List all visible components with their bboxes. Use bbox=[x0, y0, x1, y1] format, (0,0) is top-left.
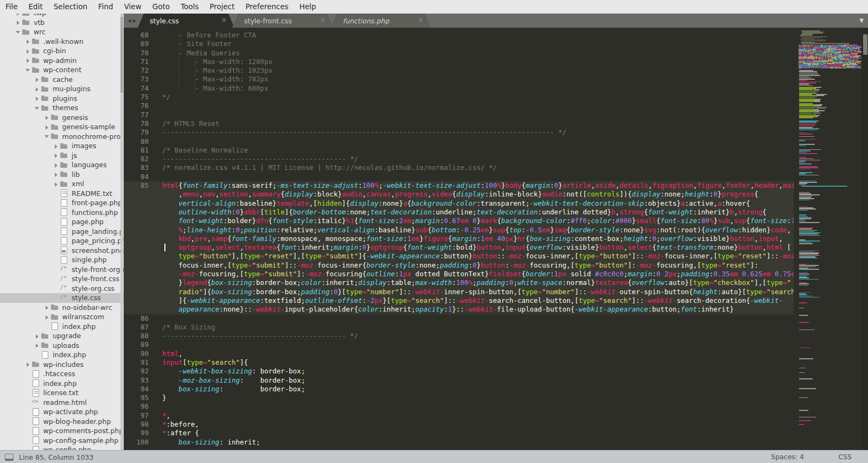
code-text[interactable]: kbd,pre,samp{font-family:monospace, mono… bbox=[155, 234, 794, 243]
code-text[interactable]: }legend{box-sizing:border-box;color:inhe… bbox=[155, 278, 794, 287]
code-row-line-77[interactable]: 77 bbox=[124, 111, 794, 119]
code-row-line-75[interactable]: 75*/ bbox=[124, 93, 794, 102]
code-row-line-97[interactable]: 97*, bbox=[124, 411, 794, 420]
code-text[interactable]: ----------------------------------------… bbox=[155, 332, 794, 340]
code-row[interactable]: radio"]{box-sizing:border-box;padding:0}… bbox=[124, 288, 794, 296]
code-row-line-87[interactable]: 87/* Box Sizing bbox=[124, 323, 794, 332]
tab-prev-icon[interactable]: ◀ bbox=[127, 18, 131, 23]
close-icon[interactable]: × bbox=[320, 16, 326, 24]
sidebar-item-wp-config-sample-php[interactable]: wp-config-sample.php bbox=[0, 436, 124, 446]
tab-next-icon[interactable]: ▶ bbox=[133, 18, 137, 23]
code-text[interactable] bbox=[155, 402, 794, 411]
code-text[interactable]: box-sizing: inherit; bbox=[155, 438, 794, 447]
code-text[interactable]: font-weight:bolder}dfn{font-style:italic… bbox=[155, 217, 794, 225]
sidebar-item-readme-txt[interactable]: README.txt bbox=[0, 189, 124, 199]
sidebar-item-wrc[interactable]: wrc bbox=[0, 27, 124, 37]
sidebar-item-page-pricing-php[interactable]: page_pricing.php bbox=[0, 236, 124, 246]
chevron-right-icon[interactable] bbox=[25, 361, 31, 367]
sidebar-item-screenshot-png[interactable]: screenshot.png bbox=[0, 246, 124, 256]
code-text[interactable]: -webkit-box-sizing: border-box; bbox=[155, 367, 794, 376]
tab-style-front-css[interactable]: style-front.css× bbox=[232, 14, 333, 28]
sidebar-item-readme-html[interactable]: readme.html bbox=[0, 398, 124, 408]
menu-goto[interactable]: Goto bbox=[147, 0, 175, 14]
sidebar-item-wp-config-php[interactable]: wp-config.php bbox=[0, 445, 124, 450]
code-row-line-91[interactable]: 91input[type="search"]{ bbox=[124, 358, 794, 367]
code-row-line-89[interactable]: 89 bbox=[124, 340, 794, 349]
code-row-line-93[interactable]: 93 -moz-box-sizing: border-box; bbox=[124, 376, 794, 385]
sidebar-scrollbar-thumb[interactable] bbox=[120, 17, 123, 93]
menu-file[interactable]: File bbox=[0, 0, 23, 14]
sidebar-item-cgi-bin[interactable]: cgi-bin bbox=[0, 46, 124, 56]
code-text[interactable]: - Max-width: 1280px bbox=[155, 58, 794, 66]
code-row[interactable]: kbd,pre,samp{font-family:monospace, mono… bbox=[124, 234, 794, 243]
code-row-line-81[interactable]: 81/* Baseline Normalize bbox=[124, 146, 794, 155]
chevron-down-icon[interactable] bbox=[44, 133, 50, 139]
code-row-line-74[interactable]: 74 - Max-width: 600px bbox=[124, 84, 794, 93]
code-row-line-90[interactable]: 90html, bbox=[124, 350, 794, 358]
chevron-right-icon[interactable] bbox=[34, 76, 41, 83]
code-row-line-76[interactable]: 76 bbox=[124, 102, 794, 110]
code-text[interactable]: focus-inner,[type="submit"]::-moz-focus-… bbox=[155, 261, 794, 270]
code-row-line-84[interactable]: 84 bbox=[124, 173, 794, 181]
sidebar-item-genesis-sample[interactable]: genesis-sample bbox=[0, 122, 124, 132]
code-row-line-83[interactable]: 83/* normalize.css v4.1.1 | MIT License … bbox=[124, 163, 794, 172]
close-icon[interactable]: × bbox=[418, 16, 423, 24]
code-row-line-88[interactable]: 88--------------------------------------… bbox=[124, 332, 794, 340]
sidebar-item-style-front-css[interactable]: style-front.css bbox=[0, 274, 124, 284]
sidebar-item-functions-php[interactable]: functions.php bbox=[0, 208, 124, 218]
code-text[interactable]: /* Box Sizing bbox=[155, 323, 794, 332]
minimap[interactable] bbox=[796, 28, 861, 450]
chevron-down-icon[interactable] bbox=[25, 67, 31, 73]
chevron-right-icon[interactable] bbox=[53, 171, 60, 177]
code-row[interactable]: optgroup,select,textarea{font:inherit;ma… bbox=[124, 243, 794, 252]
sidebar-item-page-php[interactable]: page.php bbox=[0, 217, 124, 227]
sidebar-item-languages[interactable]: languages bbox=[0, 160, 124, 170]
sidebar-item-upgrade[interactable]: upgrade bbox=[0, 331, 124, 341]
sidebar-item-style-front-org-css[interactable]: style-front-org.css bbox=[0, 265, 124, 275]
sidebar-item-uploads[interactable]: uploads bbox=[0, 341, 124, 351]
code-row-line-78[interactable]: 78/* HTML5 Reset bbox=[124, 119, 794, 128]
menu-find[interactable]: Find bbox=[93, 0, 119, 14]
code-row[interactable]: font-weight:bolder}dfn{font-style:italic… bbox=[124, 217, 794, 225]
sidebar-item-wilranszcom[interactable]: wilranszcom bbox=[0, 312, 124, 322]
code-row-line-80[interactable]: 80 bbox=[124, 137, 794, 146]
code-text[interactable] bbox=[155, 137, 794, 146]
code-row-line-95[interactable]: 95} bbox=[124, 394, 794, 402]
code-text[interactable] bbox=[155, 340, 794, 349]
tab-functions-php[interactable]: functions.php× bbox=[331, 14, 431, 28]
chevron-right-icon[interactable] bbox=[53, 181, 60, 187]
code-row[interactable]: -moz-focusring,[type="submit"]:-moz-focu… bbox=[124, 270, 794, 278]
code-row-line-82[interactable]: 82--------------------------------------… bbox=[124, 155, 794, 163]
chevron-right-icon[interactable] bbox=[44, 124, 50, 130]
sidebar-item-genesis[interactable]: genesis bbox=[0, 113, 124, 123]
sidebar-item-index-php[interactable]: index.php bbox=[0, 322, 124, 332]
code-row-line-92[interactable]: 92 -webkit-box-sizing: border-box; bbox=[124, 367, 794, 376]
menu-edit[interactable]: Edit bbox=[23, 0, 48, 14]
code-text[interactable]: type="button"],[type="reset"],[type="sub… bbox=[155, 252, 794, 261]
code-text[interactable] bbox=[155, 102, 794, 110]
sidebar-item-lib[interactable]: lib bbox=[0, 170, 124, 180]
code-text[interactable]: vertical-align:baseline}template,[hidden… bbox=[155, 199, 794, 208]
tab-overflow-icon[interactable]: ▼ bbox=[859, 17, 864, 23]
code-row-line-70[interactable]: 70 - Media Queries bbox=[124, 49, 794, 58]
code-text[interactable]: %;line-height:0;position:relative;vertic… bbox=[155, 226, 794, 234]
code-text[interactable]: ----------------------------------------… bbox=[155, 155, 794, 163]
code-text[interactable]: radio"]{box-sizing:border-box;padding:0}… bbox=[155, 288, 794, 296]
code-row[interactable]: ]{-webkit-appearance:textfield;outline-o… bbox=[124, 296, 794, 305]
code-row-line-100[interactable]: 100 box-sizing: inherit; bbox=[124, 438, 794, 447]
sidebar-item-images[interactable]: images bbox=[0, 141, 124, 151]
chevron-right-icon[interactable] bbox=[53, 143, 60, 149]
chevron-right-icon[interactable] bbox=[25, 57, 31, 64]
sidebar-item-page-landing-php[interactable]: page_landing.php bbox=[0, 227, 124, 237]
chevron-right-icon[interactable] bbox=[25, 48, 31, 54]
code-text[interactable]: - Media Queries bbox=[155, 49, 794, 58]
code-text[interactable]: box-sizing: border-box; bbox=[155, 385, 794, 394]
syntax-setting[interactable]: CSS bbox=[838, 453, 852, 461]
code-text[interactable]: *, bbox=[155, 411, 794, 420]
code-text[interactable]: -moz-focusring,[type="submit"]:-moz-focu… bbox=[155, 270, 794, 278]
sidebar-item-vtb[interactable]: vtb bbox=[0, 18, 124, 28]
chevron-right-icon[interactable] bbox=[15, 19, 22, 26]
sidebar-item-mu-plugins[interactable]: mu-plugins bbox=[0, 84, 124, 94]
code-row-line-68[interactable]: 68 - Before Footer CTA bbox=[124, 31, 794, 40]
code-text[interactable]: /* normalize.css v4.1.1 | MIT License | … bbox=[155, 163, 794, 172]
